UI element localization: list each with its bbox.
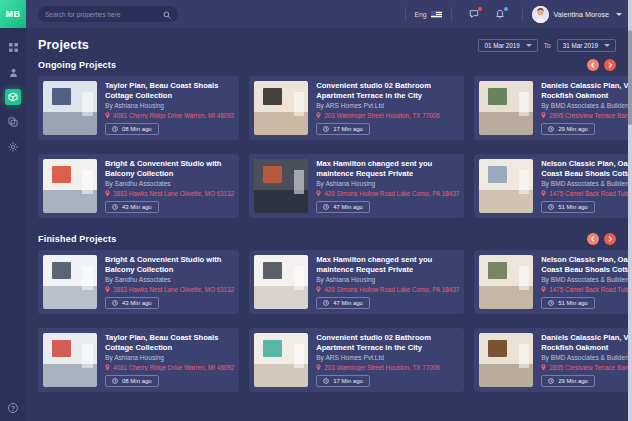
project-card[interactable]: Convenient studio 02 Bathroom Apartment … xyxy=(249,328,464,392)
project-address: 3883 Hawks Nest Lane Olivette, MO 63132 xyxy=(105,286,234,293)
project-info: Bright & Convenient Studio with Balcony … xyxy=(105,159,234,213)
clock-icon xyxy=(112,300,118,306)
next-page-button[interactable] xyxy=(604,233,616,245)
project-card[interactable]: Taylor Plan, Beau Coast Shoals Cottage C… xyxy=(38,328,239,392)
grid-icon xyxy=(9,43,18,52)
prev-page-button[interactable] xyxy=(587,59,599,71)
project-title: Max Hamilton changed sent you maintence … xyxy=(316,159,459,178)
section-title-finished: Finished Projects xyxy=(38,234,116,244)
date-to-label: To xyxy=(544,42,551,49)
project-company: By Ashiana Housing xyxy=(316,276,459,283)
project-address: 2895 Crestview Terrace Bandera, TX 78003 xyxy=(541,112,632,119)
project-title: Bright & Convenient Studio with Balcony … xyxy=(105,255,234,274)
project-card[interactable]: Nelson Classic Plan, Oakmont Coast Beau … xyxy=(474,250,632,314)
clock-icon xyxy=(112,378,118,384)
project-card[interactable]: Max Hamilton changed sent you maintence … xyxy=(249,250,464,314)
chevron-down-icon xyxy=(604,44,610,47)
project-info: Nelson Classic Plan, Oakmont Coast Beau … xyxy=(541,255,632,309)
sidebar-item-projects[interactable] xyxy=(5,89,21,105)
location-pin-icon xyxy=(105,364,110,371)
project-photo xyxy=(479,159,533,213)
project-card[interactable]: Daniels Calassic Plan, Village At Rockfi… xyxy=(474,328,632,392)
project-address: 4081 Cherry Ridge Drive Warren, MI 48092 xyxy=(105,364,234,371)
sidebar-item-settings[interactable] xyxy=(5,139,21,155)
project-photo xyxy=(254,333,308,387)
clock-icon xyxy=(323,378,329,384)
user-name: Valentina Morose xyxy=(554,10,609,19)
time-badge: 47 Min ago xyxy=(316,297,370,309)
project-card[interactable]: Convenient studio 02 Bathroom Apartment … xyxy=(249,76,464,140)
project-photo xyxy=(254,159,308,213)
finished-projects-grid: Bright & Convenient Studio with Balcony … xyxy=(38,250,622,392)
project-address: 420 Simons Hollow Road Lake Como, PA 184… xyxy=(316,286,459,293)
gear-icon xyxy=(8,142,18,152)
user-icon xyxy=(9,68,18,77)
language-selector[interactable]: Eng xyxy=(415,11,442,18)
layers-icon xyxy=(8,117,18,127)
project-card[interactable]: Bright & Convenient Studio with Balcony … xyxy=(38,154,239,218)
section-title-ongoing: Ongoing Projects xyxy=(38,60,116,70)
divider xyxy=(522,7,523,21)
time-badge: 17 Min ago xyxy=(316,123,370,135)
scrollbar-track[interactable] xyxy=(628,0,632,421)
search-bar[interactable] xyxy=(38,6,178,22)
project-company: By Ashiana Housing xyxy=(105,102,234,109)
language-label: Eng xyxy=(415,11,427,18)
date-to-select[interactable]: 31 Mar 2019 xyxy=(557,39,616,52)
time-badge: 08 Min ago xyxy=(105,123,159,135)
project-info: Daniels Calassic Plan, Village At Rockfi… xyxy=(541,81,632,135)
project-info: Taylor Plan, Beau Coast Shoals Cottage C… xyxy=(105,333,234,387)
project-photo xyxy=(479,81,533,135)
project-card[interactable]: Nelson Classic Plan, Oakmont Coast Beau … xyxy=(474,154,632,218)
date-from-select[interactable]: 01 Mar 2019 xyxy=(478,39,537,52)
search-icon[interactable] xyxy=(163,5,171,23)
user-avatar xyxy=(532,6,549,23)
project-info: Max Hamilton changed sent you maintence … xyxy=(316,255,459,309)
project-card[interactable]: Max Hamilton changed sent you maintence … xyxy=(249,154,464,218)
top-bar: MB Eng Valentina Morose xyxy=(0,0,632,28)
prev-page-button[interactable] xyxy=(587,233,599,245)
project-title: Bright & Convenient Studio with Balcony … xyxy=(105,159,234,178)
divider xyxy=(451,7,452,21)
project-company: By Ashiana Housing xyxy=(105,354,234,361)
project-card[interactable]: Bright & Convenient Studio with Balcony … xyxy=(38,250,239,314)
project-company: By BMD Associates & Builders xyxy=(541,276,632,283)
project-address: 1475 Camel Back Road Tulsa, OK 74120 xyxy=(541,286,632,293)
sidebar-item-contacts[interactable] xyxy=(5,64,21,80)
location-pin-icon xyxy=(316,286,321,293)
carousel-pager xyxy=(587,59,622,71)
date-range-filter: 01 Mar 2019 To 31 Mar 2019 xyxy=(478,39,622,52)
project-photo xyxy=(43,81,97,135)
user-menu[interactable]: Valentina Morose xyxy=(532,6,622,23)
time-badge: 43 Min ago xyxy=(105,201,159,213)
project-company: By Ashiana Housing xyxy=(316,180,459,187)
next-page-button[interactable] xyxy=(604,59,616,71)
ongoing-projects-grid: Taylor Plan, Beau Coast Shoals Cottage C… xyxy=(38,76,622,218)
project-address: 203 Warninger Street Houston, TX 77006 xyxy=(316,364,459,371)
project-card[interactable]: Daniels Calassic Plan, Village At Rockfi… xyxy=(474,76,632,140)
project-photo xyxy=(479,333,533,387)
time-badge: 29 Min ago xyxy=(541,123,595,135)
search-input[interactable] xyxy=(45,11,163,18)
time-badge: 08 Min ago xyxy=(105,375,159,387)
project-title: Convenient studio 02 Bathroom Apartment … xyxy=(316,333,459,352)
help-icon[interactable]: ? xyxy=(8,403,18,413)
project-company: By ARS Homes Pvt.Ltd xyxy=(316,354,459,361)
carousel-pager xyxy=(587,233,622,245)
notifications-icon[interactable] xyxy=(495,9,505,19)
clock-icon xyxy=(323,300,329,306)
sidebar-item-dashboard[interactable] xyxy=(5,39,21,55)
project-info: Convenient studio 02 Bathroom Apartment … xyxy=(316,81,459,135)
project-title: Nelson Classic Plan, Oakmont Coast Beau … xyxy=(541,159,632,178)
location-pin-icon xyxy=(541,286,546,293)
project-photo xyxy=(254,255,308,309)
project-photo xyxy=(254,81,308,135)
chevron-down-icon xyxy=(526,44,532,47)
page-title: Projects xyxy=(38,38,89,52)
app-logo[interactable]: MB xyxy=(0,0,26,28)
project-card[interactable]: Taylor Plan, Beau Coast Shoals Cottage C… xyxy=(38,76,239,140)
project-title: Nelson Classic Plan, Oakmont Coast Beau … xyxy=(541,255,632,274)
messages-icon[interactable] xyxy=(469,9,479,19)
scrollbar-thumb[interactable] xyxy=(628,30,632,125)
sidebar-item-documents[interactable] xyxy=(5,114,21,130)
